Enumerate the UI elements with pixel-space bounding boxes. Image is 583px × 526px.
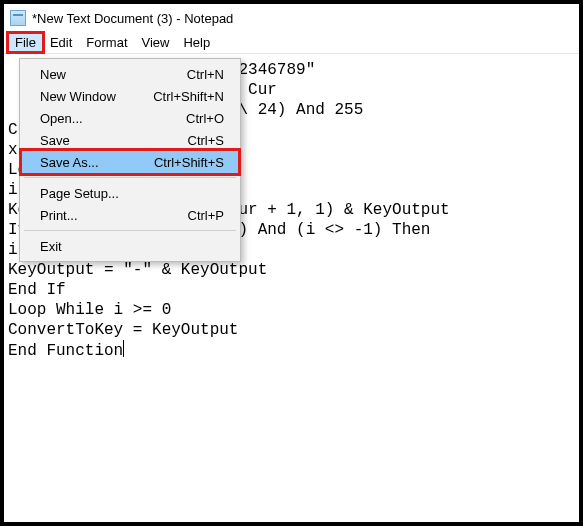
menu-item-new[interactable]: New Ctrl+N <box>22 63 238 85</box>
editor-line: KeyOutput = "-" & KeyOutput <box>8 260 575 280</box>
menu-label: New Window <box>40 89 116 104</box>
menu-label: Save As... <box>40 155 99 170</box>
menu-item-new-window[interactable]: New Window Ctrl+Shift+N <box>22 85 238 107</box>
menu-help[interactable]: Help <box>176 33 217 52</box>
menu-label: Open... <box>40 111 83 126</box>
menu-label: Print... <box>40 208 78 223</box>
text-caret <box>123 340 124 357</box>
menu-item-save-as[interactable]: Save As... Ctrl+Shift+S <box>22 151 238 173</box>
editor-line: ConvertToKey = KeyOutput <box>8 320 575 340</box>
menu-accel: Ctrl+P <box>188 208 224 223</box>
menu-item-save[interactable]: Save Ctrl+S <box>22 129 238 151</box>
menu-accel: Ctrl+S <box>188 133 224 148</box>
menu-view[interactable]: View <box>135 33 177 52</box>
menubar: File Edit Format View Help <box>4 32 579 54</box>
notepad-icon <box>10 10 26 26</box>
menu-item-print[interactable]: Print... Ctrl+P <box>22 204 238 226</box>
menu-accel: Ctrl+O <box>186 111 224 126</box>
menu-item-exit[interactable]: Exit <box>22 235 238 257</box>
menu-accel: Ctrl+Shift+S <box>154 155 224 170</box>
titlebar: *New Text Document (3) - Notepad <box>4 4 579 32</box>
menu-accel: Ctrl+N <box>187 67 224 82</box>
menu-format[interactable]: Format <box>79 33 134 52</box>
editor-line: End If <box>8 280 575 300</box>
window-title: *New Text Document (3) - Notepad <box>32 11 233 26</box>
menu-separator <box>24 230 236 231</box>
editor-line: End Function <box>8 340 575 361</box>
menu-file[interactable]: File <box>8 33 43 52</box>
file-menu-dropdown: New Ctrl+N New Window Ctrl+Shift+N Open.… <box>19 58 241 262</box>
menu-item-open[interactable]: Open... Ctrl+O <box>22 107 238 129</box>
menu-item-page-setup[interactable]: Page Setup... <box>22 182 238 204</box>
menu-label: Exit <box>40 239 62 254</box>
menu-label: New <box>40 67 66 82</box>
menu-label: Page Setup... <box>40 186 119 201</box>
menu-accel: Ctrl+Shift+N <box>153 89 224 104</box>
menu-edit[interactable]: Edit <box>43 33 79 52</box>
menu-separator <box>24 177 236 178</box>
menu-label: Save <box>40 133 70 148</box>
editor-line: Loop While i >= 0 <box>8 300 575 320</box>
